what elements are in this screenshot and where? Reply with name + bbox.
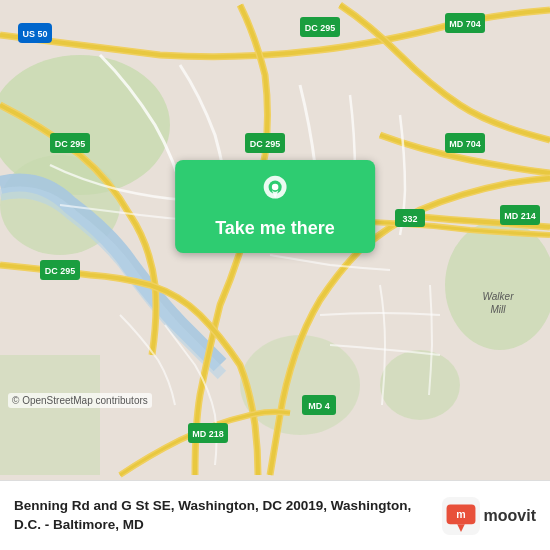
info-bar: Benning Rd and G St SE, Washington, DC 2…	[0, 480, 550, 550]
svg-text:332: 332	[402, 214, 417, 224]
svg-text:DC 295: DC 295	[250, 139, 281, 149]
svg-text:MD 218: MD 218	[192, 429, 224, 439]
svg-point-3	[445, 220, 550, 350]
osm-attribution: © OpenStreetMap contributors	[8, 393, 152, 408]
svg-text:MD 214: MD 214	[504, 211, 536, 221]
moovit-text: moovit	[484, 507, 536, 525]
svg-text:MD 704: MD 704	[449, 19, 481, 29]
svg-point-33	[272, 184, 279, 191]
svg-text:DC 295: DC 295	[45, 266, 76, 276]
svg-text:Walker: Walker	[483, 291, 515, 302]
svg-text:DC 295: DC 295	[305, 23, 336, 33]
moovit-icon: m	[442, 497, 480, 535]
svg-text:m: m	[456, 508, 465, 520]
take-me-there-button[interactable]: Take me there	[175, 160, 375, 253]
info-text: Benning Rd and G St SE, Washington, DC 2…	[14, 497, 430, 535]
map-area: US 50 DC 295 MD 704 DC 295 DC 295 MD 704…	[0, 0, 550, 480]
svg-text:US 50: US 50	[22, 29, 47, 39]
svg-text:Mill: Mill	[491, 304, 507, 315]
svg-text:DC 295: DC 295	[55, 139, 86, 149]
svg-text:MD 4: MD 4	[308, 401, 330, 411]
svg-point-4	[380, 350, 460, 420]
address-line: Benning Rd and G St SE, Washington, DC 2…	[14, 497, 430, 535]
app: US 50 DC 295 MD 704 DC 295 DC 295 MD 704…	[0, 0, 550, 550]
pin-icon	[257, 174, 293, 210]
svg-text:MD 704: MD 704	[449, 139, 481, 149]
moovit-logo: m moovit	[442, 497, 536, 535]
svg-rect-5	[0, 355, 100, 475]
